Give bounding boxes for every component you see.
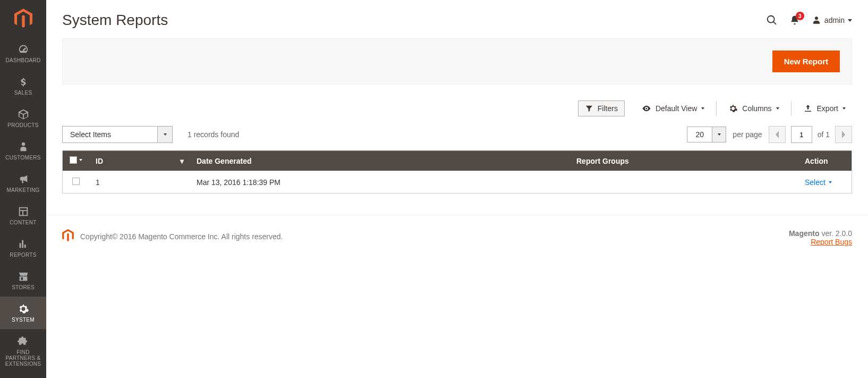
col-date-label: Date Generated (197, 157, 251, 165)
search-button[interactable] (766, 14, 778, 26)
nav-label: SYSTEM (12, 317, 35, 323)
nav-label: MARKETING (6, 187, 39, 193)
nav-find-partners[interactable]: FIND PARTNERS & EXTENSIONS (0, 329, 46, 373)
chevron-down-icon (164, 133, 167, 136)
nav-content[interactable]: CONTENT (0, 199, 46, 232)
cell-groups (570, 171, 798, 194)
nav-products[interactable]: PRODUCTS (0, 102, 46, 135)
filters-button[interactable]: Filters (578, 100, 625, 116)
chevron-down-icon (79, 159, 82, 161)
gauge-icon (18, 44, 29, 55)
col-date[interactable]: Date Generated (190, 151, 570, 171)
cell-date: Mar 13, 2016 1:18:39 PM (190, 171, 570, 194)
header-checkbox[interactable] (70, 156, 77, 164)
export-label: Export (817, 104, 838, 113)
chevron-down-icon (776, 107, 779, 110)
search-icon (766, 14, 778, 26)
admin-sidebar: DASHBOARD SALES PRODUCTS CUSTOMERS MARKE… (0, 0, 46, 378)
nav-label: SALES (14, 90, 32, 96)
prev-page-button[interactable] (769, 126, 786, 143)
eye-icon (642, 104, 651, 113)
page-title: System Reports (62, 12, 168, 29)
select-items-label: Select Items (62, 126, 158, 143)
row-checkbox[interactable] (72, 178, 80, 185)
gear-icon (728, 104, 738, 113)
nav-label: REPORTS (10, 252, 36, 258)
columns-label: Columns (742, 104, 771, 113)
bar-chart-icon (18, 238, 29, 250)
page-of-label: of 1 (818, 130, 830, 139)
nav-label: CONTENT (10, 220, 36, 225)
chevron-down-icon (843, 107, 846, 110)
magento-logo-icon (14, 9, 32, 29)
col-groups[interactable]: Report Groups (570, 151, 798, 171)
separator (791, 101, 792, 116)
user-menu[interactable]: admin (812, 15, 852, 25)
nav-label: FIND PARTNERS & EXTENSIONS (2, 349, 44, 367)
table-row: 1 Mar 13, 2016 1:18:39 PM Select (63, 171, 852, 194)
cell-id: 1 (89, 171, 190, 194)
col-id[interactable]: ID ▾ (89, 151, 190, 171)
chevron-down-icon (848, 19, 852, 22)
per-page-select[interactable]: 20 (687, 127, 726, 142)
nav-sales[interactable]: SALES (0, 70, 46, 102)
store-icon (18, 271, 29, 282)
copyright-text: Copyright© 2016 Magento Commerce Inc. Al… (80, 232, 283, 241)
chevron-down-icon (829, 181, 832, 183)
nav-label: CUSTOMERS (5, 155, 40, 161)
action-select-label: Select (805, 178, 826, 187)
funnel-icon (585, 104, 593, 113)
nav-label: STORES (12, 284, 35, 290)
version-brand: Magento (789, 229, 820, 238)
new-report-button[interactable]: New Report (772, 51, 840, 72)
chevron-down-icon (701, 107, 704, 110)
report-bugs-link[interactable]: Report Bugs (811, 238, 852, 246)
row-action-select[interactable]: Select (805, 178, 832, 187)
gear-icon (18, 303, 29, 315)
nav-marketing[interactable]: MARKETING (0, 167, 46, 199)
select-items-toggle[interactable] (158, 126, 173, 143)
chevron-left-icon (775, 131, 780, 138)
col-action-label: Action (805, 157, 828, 165)
nav-reports[interactable]: REPORTS (0, 232, 46, 264)
per-page-label: per page (733, 130, 762, 139)
nav-customers[interactable]: CUSTOMERS (0, 135, 46, 167)
user-label: admin (824, 16, 845, 24)
default-view-dropdown[interactable]: Default View (635, 100, 711, 116)
records-found: 1 records found (188, 130, 239, 139)
nav-dashboard[interactable]: DASHBOARD (0, 37, 46, 70)
magento-footer-icon (62, 229, 74, 243)
magento-logo[interactable] (0, 0, 46, 37)
person-icon (18, 141, 29, 153)
nav-label: DASHBOARD (5, 57, 40, 63)
col-id-label: ID (96, 157, 103, 165)
chevron-right-icon (841, 131, 846, 138)
export-dropdown[interactable]: Export (797, 100, 852, 116)
separator (716, 101, 717, 116)
version-number: ver. 2.0.0 (820, 229, 852, 238)
default-view-label: Default View (656, 104, 697, 113)
page-number-input[interactable] (791, 126, 812, 143)
upload-icon (803, 104, 813, 113)
nav-label: PRODUCTS (7, 122, 39, 128)
mass-action-select[interactable]: Select Items (62, 126, 173, 143)
col-action: Action (798, 151, 852, 171)
nav-stores[interactable]: STORES (0, 264, 46, 297)
dollar-icon (18, 76, 29, 88)
sort-arrow-down-icon: ▾ (180, 157, 184, 165)
per-page-toggle[interactable] (712, 127, 726, 142)
box-icon (18, 108, 29, 120)
notifications-button[interactable]: 3 (789, 15, 800, 26)
reports-grid: ID ▾ Date Generated Report Groups Action… (62, 150, 852, 194)
action-bar: New Report (62, 38, 852, 85)
columns-dropdown[interactable]: Columns (722, 100, 785, 116)
col-groups-label: Report Groups (576, 157, 629, 165)
notification-badge: 3 (796, 12, 804, 20)
puzzle-icon (18, 335, 29, 347)
next-page-button[interactable] (835, 126, 852, 143)
per-page-value: 20 (687, 127, 712, 142)
col-checkbox[interactable] (63, 151, 89, 171)
megaphone-icon (18, 173, 29, 185)
nav-system[interactable]: SYSTEM (0, 297, 46, 329)
user-icon (812, 15, 821, 25)
